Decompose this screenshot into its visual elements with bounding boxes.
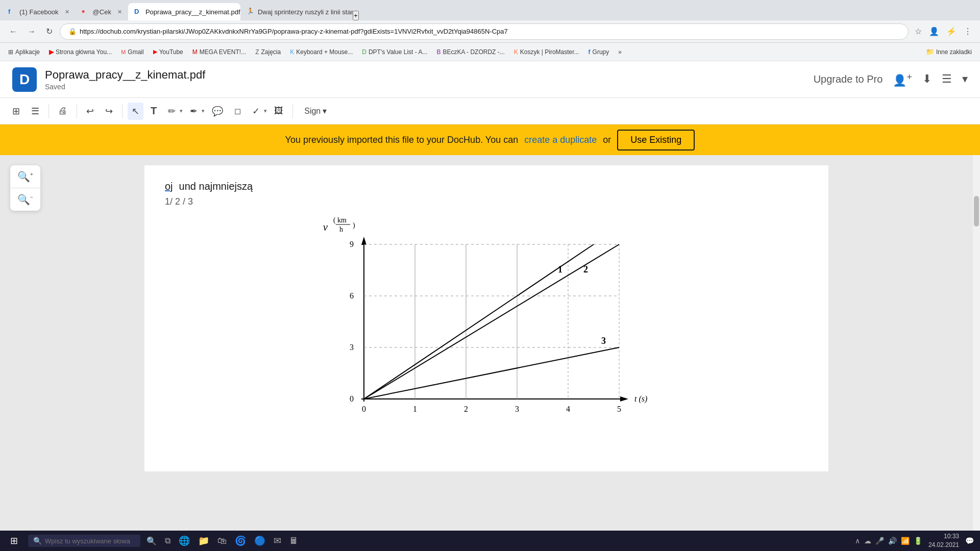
taskbar-speaker-icon[interactable]: 🔊 <box>888 537 897 545</box>
highlight-dropdown-arrow[interactable]: ▾ <box>180 108 183 114</box>
bookmark-star-button[interactable]: ☆ <box>913 24 924 38</box>
download-button[interactable]: ⬇ <box>922 72 932 86</box>
refresh-button[interactable]: ↻ <box>43 24 56 38</box>
toolbar: ⊞ ☰ 🖨 ↩ ↪ ↖ T ✏ ▾ ✒ ▾ 💬 ◻ ✓ ▾ 🖼 Sign ▾ <box>0 98 980 124</box>
pdf-viewport: 🔍+ 🔍− oj und najmniejszą 1/ 2 / 3 v ( km <box>0 155 973 531</box>
erase-tool-button[interactable]: ◻ <box>230 103 245 119</box>
dochub-saved-label: Saved <box>45 83 805 91</box>
highlight-tool-button[interactable]: ✏ <box>164 103 180 120</box>
print-button[interactable]: 🖨 <box>54 103 71 119</box>
taskbar-notification-area[interactable]: 💬 <box>965 537 974 545</box>
bookmark-zajecia[interactable]: Z Zajęcia <box>251 47 285 57</box>
windows-start-icon[interactable]: ⊞ <box>6 535 22 546</box>
taskbar-edge-icon[interactable]: 🌐 <box>177 533 192 548</box>
add-user-button[interactable]: 👤+ <box>893 71 912 87</box>
bookmark-strona-glowna[interactable]: ▶ Strona główna You... <box>45 47 116 57</box>
tab-poprawa[interactable]: D Poprawa_pracy__z_kinemat.pdf | ✕ <box>128 3 240 20</box>
taskbar-mic-icon[interactable]: 🎤 <box>875 537 884 545</box>
cursor-tool-button[interactable]: ↖ <box>128 103 143 120</box>
sign-button[interactable]: Sign ▾ <box>298 103 333 119</box>
tab-facebook-close[interactable]: ✕ <box>65 9 69 15</box>
taskbar-arrow-up-icon[interactable]: ∧ <box>855 537 860 545</box>
tab-dwaj[interactable]: 🏃 Dwaj sprinterzy ruszyli z linii star..… <box>240 3 353 20</box>
zoom-out-button[interactable]: 🔍− <box>10 188 40 211</box>
taskbar-calc-icon[interactable]: 🖩 <box>287 534 301 548</box>
image-tool-button[interactable]: 🖼 <box>270 103 287 119</box>
x-label-0: 0 <box>362 405 366 413</box>
extensions-button[interactable]: ⚡ <box>944 24 959 38</box>
taskbar-explorer-icon[interactable]: 📁 <box>196 533 211 548</box>
taskbar-store-icon[interactable]: 🛍 <box>215 534 229 548</box>
taskbar-clock[interactable]: 10:33 24.02.2021 <box>928 532 959 549</box>
use-existing-button[interactable]: Use Existing <box>617 130 695 151</box>
y-axis-variable: v <box>323 221 328 233</box>
taskbar-search-input[interactable] <box>45 537 135 545</box>
bookmark-grupy[interactable]: f Grupy <box>584 47 614 57</box>
search-icon: 🔍 <box>33 537 42 545</box>
bookmark-aplikacje[interactable]: ⊞ Aplikacje <box>4 47 44 57</box>
bookmark-youtube[interactable]: ▶ YouTube <box>149 47 187 57</box>
taskbar-time: 10:33 <box>928 532 959 541</box>
address-input[interactable] <box>80 28 900 35</box>
menu-button[interactable]: ⋮ <box>962 24 974 38</box>
grupy-favicon: f <box>589 48 591 56</box>
pdf-main-text: und najmniejszą <box>179 181 253 192</box>
bookmark-dpt[interactable]: D DPT's Value List - A... <box>358 47 431 57</box>
taskbar-edge2-icon[interactable]: 🌀 <box>233 533 248 548</box>
check-dropdown-arrow[interactable]: ▾ <box>264 108 267 114</box>
tab-facebook[interactable]: f (1) Facebook ✕ <box>2 3 76 20</box>
y-unit-close-paren: ) <box>353 221 355 230</box>
list-view-button[interactable]: ☰ <box>27 103 43 120</box>
beczka-favicon: B <box>436 48 440 56</box>
forward-button[interactable]: → <box>24 25 39 38</box>
bookmark-koszyk[interactable]: K Koszyk | PiroMaster... <box>510 47 583 57</box>
taskbar-battery-icon[interactable]: 🔋 <box>914 537 922 545</box>
tab-dwaj-label: Dwaj sprinterzy ruszyli z linii star... <box>258 8 353 16</box>
new-tab-button[interactable]: + <box>353 11 359 20</box>
bookmark-mega[interactable]: M MEGA EVENT!... <box>188 47 250 57</box>
taskbar-mail-icon[interactable]: ✉ <box>272 533 283 548</box>
x-label-4: 4 <box>566 405 570 413</box>
tab-cek-close[interactable]: ✕ <box>117 9 122 15</box>
toolbar-separator-4 <box>292 104 293 118</box>
zajecia-favicon: Z <box>255 48 259 56</box>
back-button[interactable]: ← <box>6 25 20 38</box>
tab-facebook-label: (1) Facebook <box>19 8 59 16</box>
taskbar-cloud-icon[interactable]: ☁ <box>864 537 871 545</box>
check-tool-button[interactable]: ✓ <box>248 103 264 120</box>
bookmark-inne[interactable]: 📁 Inne zakładki <box>922 46 976 57</box>
taskbar-taskview-button[interactable]: ⧉ <box>163 534 173 547</box>
undo-button[interactable]: ↩ <box>82 103 98 120</box>
x-axis-arrow <box>620 396 628 402</box>
x-axis-label: t (s) <box>634 394 647 404</box>
inne-folder-icon: 📁 <box>926 48 934 56</box>
draw-tool-button[interactable]: ✒ <box>186 103 202 120</box>
grid-view-button[interactable]: ⊞ <box>8 103 24 120</box>
redo-button[interactable]: ↪ <box>101 103 117 120</box>
bookmark-gmail[interactable]: M Gmail <box>117 47 148 57</box>
create-duplicate-link[interactable]: create a duplicate <box>524 135 597 145</box>
highlight-tool-group: ✏ ▾ <box>164 103 183 120</box>
tab-cek[interactable]: ● @Cek ✕ <box>76 3 128 20</box>
taskbar-wifi-icon[interactable]: 📶 <box>901 537 910 545</box>
koszyk-favicon: K <box>514 48 518 56</box>
upgrade-to-pro-button[interactable]: Upgrade to Pro <box>814 73 883 85</box>
draw-tool-group: ✒ ▾ <box>186 103 205 120</box>
menu-dots-button[interactable]: ☰ <box>942 72 952 86</box>
draw-dropdown-arrow[interactable]: ▾ <box>202 108 205 114</box>
bookmark-beczka[interactable]: B BEczKA - DZORDZ -... <box>432 47 508 57</box>
taskbar-search-button[interactable]: 🔍 <box>144 534 159 548</box>
comment-tool-button[interactable]: 💬 <box>208 103 227 120</box>
zoom-in-button[interactable]: 🔍+ <box>10 165 40 188</box>
line-label-3: 3 <box>601 336 606 346</box>
dropdown-button[interactable]: ▾ <box>962 72 968 86</box>
scrollbar-thumb[interactable] <box>974 196 979 227</box>
y-axis-arrow <box>361 237 366 245</box>
profile-button[interactable]: 👤 <box>927 24 941 38</box>
text-tool-button[interactable]: T <box>146 102 161 120</box>
bookmark-keyboard[interactable]: K Keyboard + Mouse... <box>286 47 357 57</box>
scrollbar-track[interactable] <box>973 155 980 531</box>
aplikacje-favicon: ⊞ <box>8 48 13 56</box>
bookmark-more[interactable]: » <box>614 47 626 57</box>
taskbar-chrome-icon[interactable]: 🔵 <box>252 533 267 548</box>
